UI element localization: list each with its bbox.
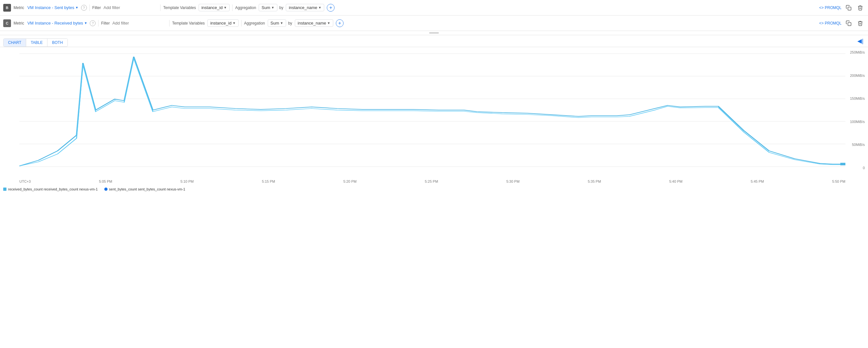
x-label-9: 5:45 PM (751, 180, 764, 183)
legend-label-sent: sent_bytes_count sent_bytes_count nexus-… (109, 187, 185, 191)
badge-b: B (3, 4, 11, 11)
x-label-3: 5:15 PM (262, 180, 275, 183)
by-chevron-c: ▼ (327, 21, 330, 25)
metric-chevron-c: ▼ (84, 21, 87, 25)
by-label-c: by (288, 21, 292, 26)
template-chevron-b: ▼ (223, 6, 227, 9)
legend-item-received: received_bytes_count received_bytes_coun… (3, 187, 98, 191)
legend-color-sent (104, 188, 107, 191)
metric-label-c: Metric (13, 21, 24, 26)
copy-btn-c[interactable] (844, 19, 853, 28)
sep2-b (160, 4, 160, 11)
by-chevron-b: ▼ (318, 6, 321, 9)
sep3-b (232, 4, 232, 11)
delete-btn-b[interactable] (856, 3, 865, 12)
template-section-b: Template Variables instance_id ▼ (163, 4, 229, 11)
y-label-100: 100MiB/s (850, 120, 865, 124)
template-value-b: instance_id (202, 5, 223, 10)
sep1-b (89, 4, 90, 11)
y-label-250: 250MiB/s (850, 50, 865, 54)
drag-handle-area (0, 31, 868, 35)
chart-wrapper: 250MiB/s 200MiB/s 150MiB/s 100MiB/s 50Mi… (0, 47, 868, 186)
x-label-2: 5:10 PM (181, 180, 194, 183)
legend-label-received: received_bytes_count received_bytes_coun… (8, 187, 98, 191)
add-filter-btn-c[interactable]: + (336, 19, 344, 27)
aggregation-section-c: Aggregation Sum ▼ by instance_name ▼ (244, 19, 333, 27)
legend-item-sent: sent_bytes_count sent_bytes_count nexus-… (104, 187, 185, 191)
filter-label-c: Filter (101, 21, 110, 26)
aggregation-dropdown-c[interactable]: Sum ▼ (268, 19, 286, 27)
by-label-b: by (279, 5, 283, 10)
drag-handle (429, 32, 439, 34)
view-row: CHART TABLE BOTH ◀| (0, 35, 868, 47)
aggregation-label-c: Aggregation (244, 21, 265, 26)
x-label-0: UTC+3 (20, 180, 31, 183)
sep1-c (98, 20, 98, 27)
x-label-8: 5:40 PM (669, 180, 682, 183)
aggregation-label-b: Aggregation (235, 5, 256, 10)
y-label-0: 0 (850, 166, 865, 170)
x-label-7: 5:35 PM (588, 180, 601, 183)
filter-section-b: Filter (92, 5, 158, 10)
promql-btn-b[interactable]: <> PROMQL (819, 5, 841, 10)
collapse-btn[interactable]: ◀| (856, 36, 865, 46)
x-axis: UTC+3 5:05 PM 5:10 PM 5:15 PM 5:20 PM 5:… (20, 180, 845, 183)
template-dropdown-b[interactable]: instance_id ▼ (198, 4, 230, 11)
help-icon-b[interactable]: ? (81, 5, 87, 11)
filter-input-b[interactable] (103, 5, 158, 10)
by-value-b: instance_name (289, 5, 317, 10)
both-tab[interactable]: BOTH (48, 39, 67, 46)
metric-label-b: Metric (13, 5, 24, 10)
by-value-c: instance_name (298, 21, 326, 26)
table-tab[interactable]: TABLE (26, 39, 48, 46)
y-label-150: 150MiB/s (850, 97, 865, 100)
badge-c: C (3, 19, 11, 27)
y-axis: 250MiB/s 200MiB/s 150MiB/s 100MiB/s 50Mi… (850, 50, 865, 170)
y-label-50: 50MiB/s (850, 143, 865, 147)
help-icon-c[interactable]: ? (90, 20, 96, 26)
copy-btn-b[interactable] (844, 3, 853, 12)
svg-rect-1 (848, 22, 851, 26)
chart-tab[interactable]: CHART (4, 39, 26, 46)
sep3-c (241, 20, 242, 27)
x-label-6: 5:30 PM (506, 180, 520, 183)
aggregation-dropdown-b[interactable]: Sum ▼ (259, 4, 277, 11)
x-label-5: 5:25 PM (425, 180, 438, 183)
filter-label-b: Filter (92, 5, 101, 10)
legend: received_bytes_count received_bytes_coun… (0, 186, 868, 194)
y-label-200: 200MiB/s (850, 73, 865, 77)
x-label-10: 5:50 PM (832, 180, 845, 183)
template-chevron-c: ▼ (232, 21, 236, 25)
add-filter-btn-b[interactable]: + (327, 4, 335, 11)
template-label-c: Template Variables (172, 21, 205, 26)
toolbar-row-c: C Metric VM Instance - Received bytes ▼ … (0, 15, 868, 31)
aggregation-chevron-c: ▼ (280, 21, 283, 25)
chart-svg (20, 54, 845, 166)
x-label-4: 5:20 PM (343, 180, 356, 183)
aggregation-section-b: Aggregation Sum ▼ by instance_name ▼ (235, 4, 324, 11)
by-dropdown-c[interactable]: instance_name ▼ (295, 19, 333, 27)
line-sent (20, 58, 845, 166)
metric-select-c[interactable]: VM Instance - Received bytes ▼ (27, 21, 88, 26)
aggregation-value-b: Sum (261, 5, 270, 10)
metric-value-b: VM Instance - Sent bytes (27, 5, 74, 10)
chart-section: CHART TABLE BOTH ◀| 250MiB/s 200MiB/s 15… (0, 35, 868, 194)
by-dropdown-b[interactable]: instance_name ▼ (286, 4, 324, 11)
aggregation-chevron-b: ▼ (271, 6, 275, 9)
template-section-c: Template Variables instance_id ▼ (172, 19, 239, 27)
template-dropdown-c[interactable]: instance_id ▼ (207, 19, 239, 27)
end-marker (840, 163, 845, 165)
sep2-c (169, 20, 169, 27)
filter-section-c: Filter (101, 21, 166, 26)
filter-input-c[interactable] (113, 21, 166, 26)
x-label-1: 5:05 PM (99, 180, 112, 183)
metric-value-c: VM Instance - Received bytes (27, 21, 83, 26)
template-label-b: Template Variables (163, 5, 196, 10)
aggregation-value-c: Sum (271, 21, 279, 26)
delete-btn-c[interactable] (856, 19, 865, 28)
template-value-c: instance_id (210, 21, 231, 26)
metric-chevron-b: ▼ (75, 6, 79, 9)
promql-btn-c[interactable]: <> PROMQL (819, 21, 841, 26)
metric-select-b[interactable]: VM Instance - Sent bytes ▼ (27, 5, 79, 10)
legend-color-received (3, 188, 6, 191)
